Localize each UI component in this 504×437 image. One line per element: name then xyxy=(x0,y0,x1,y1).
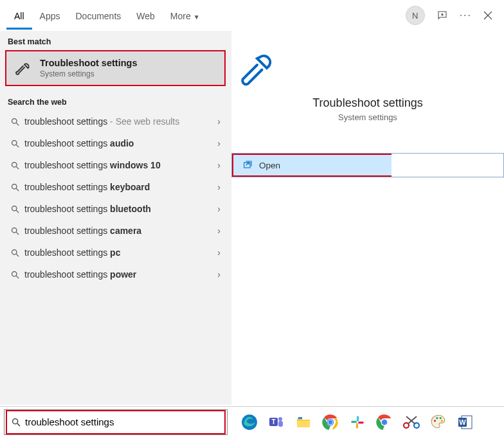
web-result-row[interactable]: troubleshoot settings audio› xyxy=(0,132,231,154)
svg-rect-34 xyxy=(351,420,357,422)
header-bar: All Apps Documents Web More▼ N ··· xyxy=(0,0,504,31)
svg-point-6 xyxy=(12,162,17,167)
best-match-title: Troubleshoot settings xyxy=(40,58,137,68)
search-icon xyxy=(10,226,24,236)
svg-line-3 xyxy=(16,123,19,125)
search-icon xyxy=(10,248,24,258)
svg-rect-33 xyxy=(357,416,359,422)
search-icon xyxy=(10,183,24,192)
web-result-text: troubleshoot settings camera xyxy=(24,226,217,236)
search-icon xyxy=(10,270,24,280)
search-icon xyxy=(10,117,24,127)
web-result-text: troubleshoot settings bluetooth xyxy=(24,204,217,214)
svg-point-43 xyxy=(434,420,436,422)
web-result-text: troubleshoot settings windows 10 xyxy=(24,160,217,170)
web-result-row[interactable]: troubleshoot settings pc› xyxy=(0,242,231,263)
best-match-label: Best match xyxy=(0,31,231,50)
web-result-text: troubleshoot settings pc xyxy=(24,247,217,258)
more-options-icon[interactable]: ··· xyxy=(460,10,472,21)
tab-web[interactable]: Web xyxy=(129,2,163,30)
taskbar-icons: T W xyxy=(231,413,474,431)
search-box[interactable] xyxy=(4,409,228,435)
svg-line-13 xyxy=(16,232,19,235)
chrome-icon[interactable] xyxy=(321,413,339,431)
svg-point-8 xyxy=(12,184,17,189)
best-match-result[interactable]: Troubleshoot settings System settings xyxy=(5,50,226,86)
chevron-right-icon: › xyxy=(217,247,221,258)
svg-rect-27 xyxy=(298,417,302,419)
svg-point-38 xyxy=(382,419,388,425)
search-input[interactable] xyxy=(25,416,221,427)
web-result-row[interactable]: troubleshoot settings camera› xyxy=(0,220,231,242)
chevron-right-icon: › xyxy=(217,269,221,280)
tab-all[interactable]: All xyxy=(6,2,32,30)
edge-icon[interactable] xyxy=(240,413,258,431)
svg-point-10 xyxy=(12,206,17,211)
svg-line-17 xyxy=(16,276,19,278)
svg-point-14 xyxy=(12,249,17,254)
svg-line-20 xyxy=(17,424,20,426)
chevron-right-icon: › xyxy=(217,226,221,236)
search-icon xyxy=(11,417,21,427)
svg-line-11 xyxy=(16,210,19,213)
word-icon[interactable]: W xyxy=(456,413,474,431)
chevron-right-icon: › xyxy=(217,116,221,127)
svg-point-45 xyxy=(440,416,442,418)
svg-rect-35 xyxy=(356,423,358,429)
web-result-text: troubleshoot settings keyboard xyxy=(24,182,217,192)
svg-point-24 xyxy=(278,417,282,421)
open-label: Open xyxy=(259,161,280,170)
svg-point-19 xyxy=(13,418,18,424)
file-explorer-icon[interactable] xyxy=(294,413,312,431)
chevron-right-icon: › xyxy=(217,182,221,192)
svg-rect-18 xyxy=(244,163,250,168)
web-result-row[interactable]: troubleshoot settings power› xyxy=(0,263,231,285)
svg-rect-36 xyxy=(358,421,364,423)
detail-title: Troubleshoot settings xyxy=(238,96,498,110)
svg-point-4 xyxy=(12,140,17,145)
svg-point-12 xyxy=(12,227,17,233)
web-result-text: troubleshoot settings audio xyxy=(24,138,217,148)
results-panel: Best match Troubleshoot settings System … xyxy=(0,31,231,405)
web-results-list: troubleshoot settings - See web results›… xyxy=(0,111,231,285)
svg-point-31 xyxy=(328,420,333,424)
chevron-right-icon: › xyxy=(217,160,221,170)
search-icon xyxy=(10,139,24,148)
detail-subtitle: System settings xyxy=(238,112,498,122)
feedback-icon[interactable] xyxy=(437,10,448,21)
slack-icon[interactable] xyxy=(348,413,366,431)
svg-rect-25 xyxy=(278,421,283,427)
search-icon xyxy=(10,161,24,170)
tab-apps[interactable]: Apps xyxy=(32,2,68,30)
web-result-row[interactable]: troubleshoot settings bluetooth› xyxy=(0,198,231,220)
chevron-right-icon: › xyxy=(217,204,221,214)
svg-point-46 xyxy=(441,420,443,422)
svg-point-44 xyxy=(436,416,438,418)
open-icon xyxy=(242,160,253,170)
svg-rect-26 xyxy=(297,421,310,427)
user-avatar[interactable]: N xyxy=(406,6,425,25)
web-result-row[interactable]: troubleshoot settings - See web results› xyxy=(0,111,231,132)
tab-documents[interactable]: Documents xyxy=(68,2,129,30)
chevron-right-icon: › xyxy=(217,138,221,148)
svg-point-2 xyxy=(12,118,17,123)
svg-line-5 xyxy=(16,145,19,147)
teams-icon[interactable]: T xyxy=(267,413,285,431)
wrench-icon xyxy=(14,58,33,78)
detail-panel: Troubleshoot settings System settings Op… xyxy=(231,31,504,405)
tab-more[interactable]: More▼ xyxy=(163,2,208,30)
web-result-text: troubleshoot settings power xyxy=(24,269,217,280)
svg-point-16 xyxy=(12,271,17,276)
chrome2-icon[interactable] xyxy=(375,413,393,431)
svg-line-9 xyxy=(16,188,19,191)
web-result-text: troubleshoot settings - See web results xyxy=(24,116,217,127)
web-result-row[interactable]: troubleshoot settings windows 10› xyxy=(0,154,231,176)
svg-line-7 xyxy=(16,166,19,169)
open-button[interactable]: Open xyxy=(232,154,392,177)
svg-line-15 xyxy=(16,254,19,256)
paint-icon[interactable] xyxy=(429,413,447,431)
close-icon[interactable] xyxy=(483,11,492,20)
snip-icon[interactable] xyxy=(402,413,420,431)
web-result-row[interactable]: troubleshoot settings keyboard› xyxy=(0,176,231,198)
svg-text:T: T xyxy=(271,418,275,425)
